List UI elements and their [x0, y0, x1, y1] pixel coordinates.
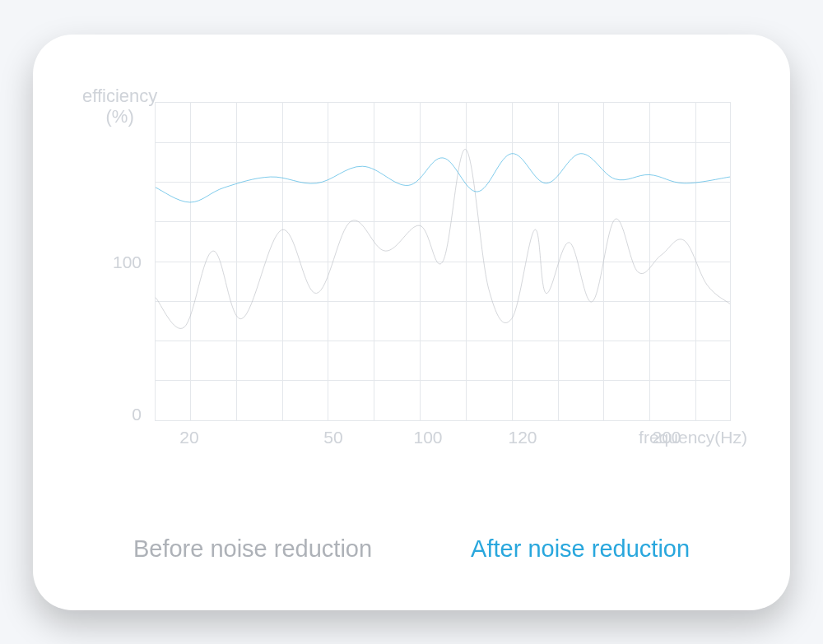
chart-area: efficiency (%) 100 0	[66, 84, 757, 462]
line-before-noise-reduction	[156, 149, 730, 328]
x-tick-50: 50	[323, 428, 342, 447]
chart-card: efficiency (%) 100 0	[33, 35, 790, 610]
y-tick-100: 100	[100, 253, 142, 272]
x-tick-100: 100	[413, 428, 442, 447]
plot-area	[155, 102, 731, 421]
line-after-noise-reduction	[156, 153, 730, 202]
x-tick-20: 20	[179, 428, 198, 447]
chart-curves	[156, 103, 730, 420]
y-axis-title-line1: efficiency	[82, 86, 157, 106]
y-axis-title: efficiency (%)	[82, 86, 157, 127]
legend-after: After noise reduction	[471, 535, 690, 563]
legend-before: Before noise reduction	[133, 535, 372, 563]
x-axis-title: frequency(Hz)	[639, 428, 747, 447]
y-axis-title-line2: (%)	[106, 106, 134, 127]
x-tick-120: 120	[508, 428, 537, 447]
legend: Before noise reduction After noise reduc…	[33, 535, 790, 563]
y-tick-0: 0	[100, 405, 142, 424]
